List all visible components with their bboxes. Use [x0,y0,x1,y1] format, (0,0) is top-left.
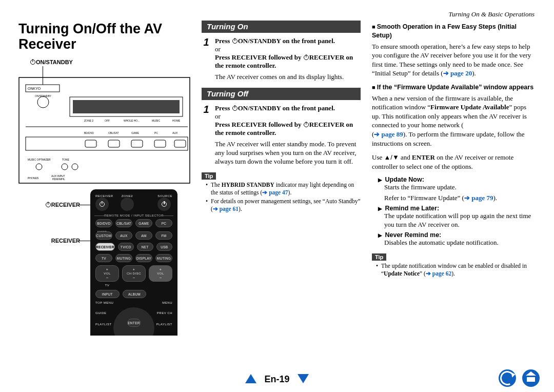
step-number: 1 [202,104,211,114]
remote-btn: BD/DVD [95,219,112,227]
power-icon [100,202,105,207]
remote-body: RECEIVER ZONE2 SOURCE REMOTE [90,189,177,336]
remote-label: GUIDE [95,311,107,315]
home-icon [527,375,535,382]
power-icon [232,38,238,44]
power-icon [162,202,167,207]
tip-list: The update notification window can be en… [372,262,536,278]
remote-zone2-btn [121,198,134,211]
turning-on-body: The AV receiver comes on and its display… [215,73,361,82]
remote-btn: CUSTOM [95,231,112,240]
column-left: Turning On/Off the AV Receiver ON/STANDB… [18,21,190,338]
prev-page-icon[interactable] [245,374,256,383]
next-page-icon[interactable] [298,374,309,383]
remote-label: PLAYLIST [156,323,172,326]
firmware-body-1: When a new version of the firmware is av… [372,94,536,148]
remote-label: MENU [162,301,172,304]
remote-power-receiver [95,198,109,211]
back-button[interactable] [499,369,516,387]
remote-vol: +VOL– [149,265,172,282]
tip-item: For details on power management settings… [207,198,361,213]
remote-btn: DISPLAY [135,254,152,262]
tip-badge: Tip [202,172,216,180]
remote-label: PLAYLIST [95,323,112,326]
remote-receiver-btn: RECEIVER [95,243,115,251]
power-icon [232,106,238,111]
page-link[interactable]: ➔ page 20 [443,69,472,77]
remote-separator: REMOTE MODE / INPUT SELECTOR [95,214,172,217]
remote-btn: AM [135,231,152,240]
remote-label: ZONE2 [121,194,134,198]
front-panel-overlay [18,59,190,188]
power-icon [304,55,309,60]
remote-btn: TV [95,254,112,262]
remote-label: TOP MENU [95,301,113,304]
step-number: 1 [202,37,211,47]
manual-page: Turning On & Basic Operations Turning On… [0,0,554,392]
remote-btn: TV/CD [118,243,134,251]
heading-turning-on: Turning On [202,21,361,33]
footer-nav-buttons [499,369,540,387]
heading-initial-setup: Smooth Operation in a Few Easy Steps (In… [372,23,536,40]
remote-btn: PC [155,219,172,227]
home-button[interactable] [522,369,540,387]
tip-item: The update notification window can be en… [377,262,536,278]
tip-badge: Tip [372,253,386,261]
label-receiver-btn: RECEIVER [18,238,80,244]
or-text: or [215,112,221,120]
remote-label: RECEIVER [95,194,113,198]
remote-btn: FM [155,231,172,240]
column-middle: Turning On 1 Press ON/STANDBY on the fro… [202,21,361,338]
tip-list: The HYBRID STANDBY indicator may light d… [202,181,361,213]
remote-ch-disc: +CH DISC– [122,265,146,282]
remote-label: SOURCE [157,194,172,198]
remote-btn: MUTING [115,254,132,262]
remote-btn: GAME [135,219,152,227]
option-list: Update Now: Starts the firmware update. … [378,176,536,247]
page-link[interactable]: ➔ page 47 [262,189,288,195]
remote-enter-btn: ENTER [127,319,141,327]
remote-btn: AUX [115,231,132,240]
initial-setup-body: To ensure smooth operation, here’s a few… [372,42,536,78]
remote-label: PREV CH [157,311,172,315]
breadcrumb: Turning On & Basic Operations [18,10,536,18]
remote-btn: USB [156,243,172,251]
option-remind-later: Remind me Later: [378,205,536,212]
power-icon [304,122,309,127]
option-never-remind: Never Remind me: [378,231,536,239]
page-title: Turning On/Off the AV Receiver [18,22,190,52]
remote-btn: MUTING [155,254,172,262]
firmware-body-2: Use ▲/▼ and ENTER on the AV receiver or … [372,153,536,171]
label-receiver-power: RECEIVER [18,202,80,208]
option-update-now: Update Now: [378,176,536,183]
remote-btn: ALBUM [123,290,147,298]
remote-label: TV [95,284,119,287]
remote-power-source [157,198,171,211]
page-link[interactable]: ➔ page 79 [464,194,493,202]
power-icon [46,202,51,207]
turning-off-body: The AV receiver will enter standby mode.… [215,140,361,166]
step-1-on: 1 Press ON/STANDBY on the front panel. o… [202,37,361,70]
page-link[interactable]: ➔ page 62 [426,270,451,277]
tip-item: The HYBRID STANDBY indicator may light d… [207,181,361,197]
remote-diagram: RECEIVER RECEIVER RECEIVER ZONE2 [18,189,190,338]
step-1-off: 1 Press ON/STANDBY on the front panel. o… [202,104,361,137]
undo-icon [498,369,517,387]
heading-turning-off: Turning Off [202,88,361,100]
page-link[interactable]: ➔ page 89 [374,130,403,138]
front-panel-diagram: ON/STANDBY ONKYO ON/STANDBY ZONE 2OFF WH… [18,59,190,184]
page-footer: En-19 [0,374,554,385]
or-text: or [215,45,221,53]
remote-tv-vol: +VOL– [95,265,119,282]
page-link[interactable]: ➔ page 61 [213,206,239,212]
remote-btn: CBL/SAT [115,219,132,227]
remote-btn: NET [137,243,153,251]
column-right: Smooth Operation in a Few Easy Steps (In… [372,21,536,338]
heading-firmware-update: If the “Firmware Update Available” windo… [372,83,536,92]
remote-btn: INPUT [95,290,120,298]
page-number: En-19 [264,374,289,384]
